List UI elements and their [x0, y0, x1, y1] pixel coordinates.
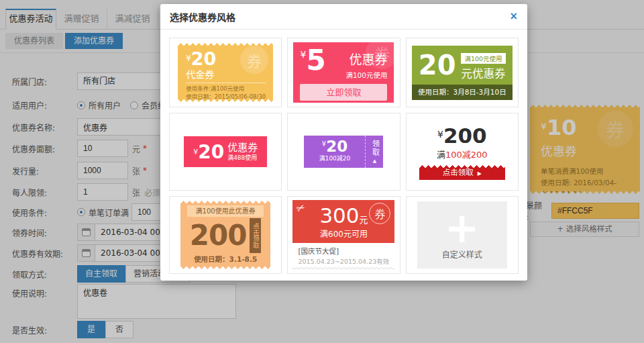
coupon-style-card-3[interactable]: 20 满100元使用 元优惠券 使用日期：3月8日-3月10日 — [406, 38, 519, 107]
coupon-style-card-custom[interactable]: + 自定义样式 — [406, 196, 519, 274]
coupon-style-card-1[interactable]: 券 ¥20 代金券 使用条件:满100元使用 使用日期：2015/05/06-0… — [169, 38, 282, 107]
wave-edge — [292, 267, 394, 270]
claim-now-button: 立即领取 — [300, 84, 387, 101]
coupon-purple: ¥20 满100减20 领取 ▲ — [304, 136, 383, 168]
modal-header: 选择优惠券风格 × — [160, 4, 527, 30]
currency-symbol: ¥ — [186, 54, 191, 63]
plus-icon: + — [445, 211, 480, 246]
claim-label: 领取 — [369, 140, 380, 157]
currency-symbol: ¥ — [437, 129, 443, 140]
coupon-style-card-5[interactable]: ¥20 满100减20 领取 ▲ — [287, 113, 400, 191]
coupon-style-card-7[interactable]: 满100使用此优惠券 200 点击领取 使用日期：3.1-8.5 — [169, 196, 282, 274]
coupon-style-card-4[interactable]: ¥20 优惠券 满488使用 — [169, 113, 282, 191]
coupon-green: 20 满100元使用 元优惠券 使用日期：3月8日-3月10日 — [412, 46, 513, 100]
close-icon[interactable]: × — [509, 11, 518, 21]
coupon-pink-banner: ¥20 优惠券 满488使用 — [184, 136, 267, 167]
coupon-style-card-8[interactable]: ✂ 券 300元 满600元可用 [国庆节大促] 2015.04.23~2015… — [287, 196, 400, 274]
triangle-right-icon: ▶ — [478, 170, 482, 177]
currency-symbol: ¥ — [193, 148, 198, 156]
coupon-style-card-6[interactable]: ¥200 满100减200 点击领取▶ — [406, 113, 519, 191]
coupon-red-ticket: ✂ 券 300元 满600元可用 [国庆节大促] 2015.04.23~2015… — [292, 200, 394, 270]
coupon-white-red: ¥200 满100减200 点击领取▶ — [419, 124, 505, 180]
custom-style-tile: + 自定义样式 — [417, 201, 507, 268]
coupon-watermark: 券 — [240, 46, 268, 74]
coupon-pink: 券 ¥5 优惠券 满100元使用 立即领取 — [293, 42, 394, 103]
click-claim-vertical-button: 点击领取 — [250, 218, 261, 253]
triangle-up-icon: ▲ — [373, 158, 376, 164]
coupon-style-modal: 选择优惠券风格 × 券 ¥20 代金券 使用条件:满100元使用 使用日期：20… — [160, 4, 527, 281]
coupon-yellow: 券 ¥20 代金券 使用条件:满100元使用 使用日期：2015/05/06-0… — [178, 42, 273, 103]
coupon-orange: 满100使用此优惠券 200 点击领取 使用日期：3.1-8.5 — [180, 200, 270, 270]
coupon-style-grid: 券 ¥20 代金券 使用条件:满100元使用 使用日期：2015/05/06-0… — [160, 30, 527, 281]
click-claim-button: 点击领取▶ — [419, 164, 505, 180]
coupon-style-card-2[interactable]: 券 ¥5 优惠券 满100元使用 立即领取 — [287, 38, 400, 107]
modal-title: 选择优惠券风格 — [170, 10, 235, 23]
